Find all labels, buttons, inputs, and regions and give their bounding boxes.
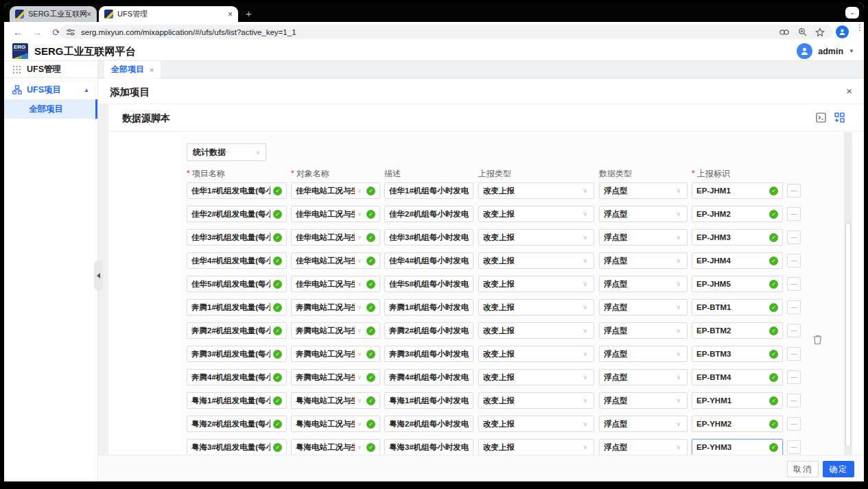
description-input[interactable]: 粤海3#机组每小时发电量: [384, 439, 473, 455]
project-name-input[interactable]: 粤海2#机组发电量(每小时) ✓: [187, 416, 287, 432]
report-tag-input[interactable]: EP-BTM2 ✓: [692, 322, 783, 339]
forward-icon[interactable]: →: [32, 27, 43, 38]
bookmark-star-icon[interactable]: [815, 27, 825, 37]
sidebar-collapse-handle[interactable]: [94, 261, 103, 291]
project-name-input[interactable]: 佳华2#机组发电量(每小时) ✓: [187, 206, 287, 222]
script-editor-icon[interactable]: [816, 112, 826, 123]
report-tag-input[interactable]: EP-YHM3 ✓: [692, 439, 783, 455]
report-tag-input[interactable]: EP-JHM1 ✓: [692, 182, 783, 199]
report-tag-input[interactable]: EP-JHM3 ✓: [692, 229, 783, 246]
report-tag-input[interactable]: EP-BTM1 ✓: [692, 299, 783, 315]
tab-close-icon[interactable]: ×: [86, 10, 91, 19]
data-type-select[interactable]: 浮点型 ∨: [599, 182, 688, 199]
report-type-select[interactable]: 改变上报 ∨: [478, 346, 594, 362]
object-name-select[interactable]: 奔腾电站工况与生产 ∨ ✓: [291, 322, 380, 339]
sidebar-item-ufs-project[interactable]: UFS项目 ▲: [4, 80, 97, 99]
data-type-select[interactable]: 浮点型 ∨: [599, 276, 688, 292]
object-name-select[interactable]: 佳华电站工况与生产 ∨ ✓: [291, 206, 380, 222]
remove-row-button[interactable]: —: [787, 300, 801, 314]
browser-tab[interactable]: UFS管理×: [99, 6, 238, 22]
data-type-select[interactable]: 浮点型 ∨: [599, 229, 688, 246]
report-tag-input[interactable]: EP-BTM3 ✓: [692, 346, 783, 362]
object-name-select[interactable]: 奔腾电站工况与生产 ∨ ✓: [291, 299, 380, 315]
report-tag-input[interactable]: EP-JHM4 ✓: [692, 252, 783, 269]
address-bar[interactable]: serg.mixyun.com/mixapplication/#/ufs/ufs…: [59, 25, 833, 39]
url-text[interactable]: serg.mixyun.com/mixapplication/#/ufs/ufs…: [81, 28, 779, 36]
remove-row-button[interactable]: —: [787, 254, 801, 267]
description-input[interactable]: 佳华4#机组每小时发电量: [384, 252, 473, 269]
project-name-input[interactable]: 佳华5#机组发电量(每小时) ✓: [187, 276, 287, 292]
project-name-input[interactable]: 奔腾3#机组发电量(每小时) ✓: [187, 346, 287, 362]
data-type-select[interactable]: 浮点型 ∨: [599, 299, 688, 315]
data-type-select[interactable]: 浮点型 ∨: [599, 252, 688, 269]
scrollbar-track[interactable]: [844, 132, 852, 455]
sidebar-subitem-all-projects[interactable]: 全部项目: [4, 99, 97, 119]
report-type-select[interactable]: 改变上报 ∨: [478, 416, 594, 432]
tab-close-icon[interactable]: ×: [150, 66, 154, 74]
report-tag-input[interactable]: EP-BTM4 ✓: [692, 369, 783, 385]
add-component-icon[interactable]: [834, 112, 845, 123]
object-name-select[interactable]: 粤海电站工况与生产 ∨ ✓: [291, 416, 380, 432]
object-name-select[interactable]: 粤海电站工况与生产 ∨ ✓: [291, 392, 380, 409]
description-input[interactable]: 奔腾4#机组每小时发电量: [384, 369, 473, 385]
project-name-input[interactable]: 奔腾4#机组发电量(每小时) ✓: [187, 369, 287, 385]
close-icon[interactable]: ×: [846, 85, 852, 97]
delete-group-icon[interactable]: [812, 334, 823, 345]
description-input[interactable]: 佳华3#机组每小时发电量: [384, 229, 473, 246]
report-type-select[interactable]: 改变上报 ∨: [478, 439, 594, 455]
site-info-icon[interactable]: [66, 27, 75, 37]
confirm-button[interactable]: 确定: [823, 461, 854, 477]
object-name-select[interactable]: 奔腾电站工况与生产 ∨ ✓: [291, 369, 380, 385]
remove-row-button[interactable]: —: [787, 207, 801, 221]
zoom-icon[interactable]: [798, 27, 807, 36]
remove-row-button[interactable]: —: [787, 324, 801, 337]
new-tab-button[interactable]: +: [246, 8, 252, 19]
data-type-select[interactable]: 浮点型 ∨: [599, 369, 688, 385]
report-type-select[interactable]: 改变上报 ∨: [478, 392, 594, 409]
report-type-select[interactable]: 改变上报 ∨: [478, 206, 594, 222]
sidebar-group-ufs-management[interactable]: UFS管理: [4, 61, 97, 78]
data-type-select[interactable]: 浮点型 ∨: [599, 346, 688, 362]
report-type-select[interactable]: 改变上报 ∨: [478, 276, 594, 292]
project-name-input[interactable]: 奔腾1#机组发电量(每小时) ✓: [187, 299, 287, 315]
project-name-input[interactable]: 奔腾2#机组发电量(每小时) ✓: [187, 322, 287, 339]
report-type-select[interactable]: 改变上报 ∨: [478, 369, 594, 385]
object-name-select[interactable]: 佳华电站工况与生产 ∨ ✓: [291, 276, 380, 292]
project-name-input[interactable]: 佳华1#机组发电量(每小时) ✓: [187, 182, 287, 199]
report-tag-input[interactable]: EP-JHM5 ✓: [692, 276, 783, 292]
project-name-input[interactable]: 粤海3#机组发电量(每小时) ✓: [187, 439, 287, 455]
description-input[interactable]: 粤海2#机组每小时发电量: [384, 416, 473, 432]
data-type-select[interactable]: 浮点型 ∨: [599, 439, 688, 455]
object-name-select[interactable]: 佳华电站工况与生产 ∨ ✓: [291, 252, 380, 269]
user-menu[interactable]: admin ▼: [797, 43, 854, 59]
remove-row-button[interactable]: —: [787, 347, 801, 361]
report-type-select[interactable]: 改变上报 ∨: [478, 252, 594, 269]
browser-tab[interactable]: SERG工业互联网平台×: [10, 6, 97, 22]
chevron-up-icon[interactable]: ▲: [84, 87, 89, 93]
cancel-button[interactable]: 取消: [787, 461, 819, 477]
remove-row-button[interactable]: —: [787, 440, 801, 454]
report-type-select[interactable]: 改变上报 ∨: [478, 229, 594, 246]
remove-row-button[interactable]: —: [787, 184, 801, 198]
object-name-select[interactable]: 奔腾电站工况与生产 ∨ ✓: [291, 346, 380, 362]
data-category-select[interactable]: 统计数据 ∨: [187, 143, 266, 161]
data-type-select[interactable]: 浮点型 ∨: [599, 392, 688, 409]
data-type-select[interactable]: 浮点型 ∨: [599, 322, 688, 339]
page-tab-all-projects[interactable]: 全部项目 ×: [104, 61, 161, 78]
report-tag-input[interactable]: EP-JHM2 ✓: [692, 206, 783, 222]
tab-close-icon[interactable]: ×: [228, 10, 233, 19]
description-input[interactable]: 佳华2#机组每小时发电量: [384, 206, 473, 222]
object-name-select[interactable]: 佳华电站工况与生产 ∨ ✓: [291, 182, 380, 199]
description-input[interactable]: 奔腾3#机组每小时发电量: [384, 346, 473, 362]
report-type-select[interactable]: 改变上报 ∨: [478, 322, 594, 339]
report-type-select[interactable]: 改变上报 ∨: [478, 299, 594, 315]
report-tag-input[interactable]: EP-YHM1 ✓: [692, 392, 783, 409]
browser-profile-avatar[interactable]: [836, 25, 849, 38]
data-type-select[interactable]: 浮点型 ∨: [599, 206, 688, 222]
link-icon[interactable]: [779, 28, 790, 36]
remove-row-button[interactable]: —: [787, 370, 801, 384]
description-input[interactable]: 奔腾2#机组每小时发电量: [384, 322, 473, 339]
data-type-select[interactable]: 浮点型 ∨: [599, 416, 688, 432]
back-icon[interactable]: ←: [12, 27, 23, 38]
report-type-select[interactable]: 改变上报 ∨: [478, 182, 594, 199]
